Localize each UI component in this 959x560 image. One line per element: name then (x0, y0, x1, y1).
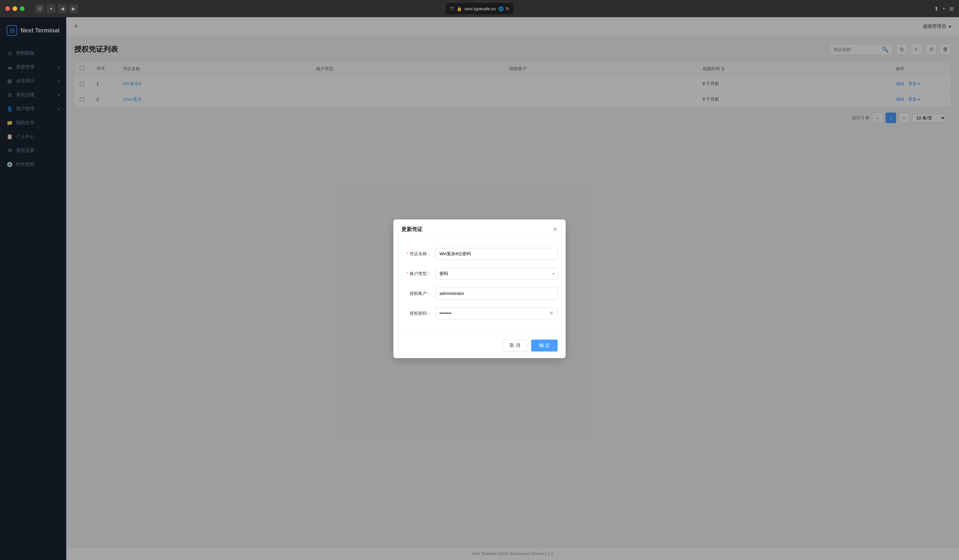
form-row-name: *凭证名称： (401, 248, 558, 260)
modal-title: 更新凭证 (401, 226, 422, 233)
form-row-password: 授权密码： 👁 (401, 307, 558, 320)
authorized-account-input[interactable] (435, 288, 558, 299)
name-label: *凭证名称： (401, 251, 431, 257)
mac-traffic-lights (5, 6, 24, 11)
lock-icon: 🔒 (457, 6, 462, 11)
modal-header: 更新凭证 ✕ (393, 220, 566, 239)
share-icon[interactable]: ⬆ (934, 6, 938, 12)
credential-name-input[interactable] (435, 248, 558, 260)
mac-toolbar-right: ⬆ + ⊞ (934, 6, 954, 12)
password-toggle-icon[interactable]: 👁 (549, 310, 554, 317)
mac-sidebar-toggle[interactable]: ⊟ (35, 4, 45, 13)
form-row-authorized-account: 授权账户： (401, 288, 558, 299)
modal-overlay[interactable]: 更新凭证 ✕ *凭证名称： *账户类型： 密码 密钥 (0, 17, 959, 560)
shield-icon: 🛡 (450, 6, 454, 11)
modal-close-button[interactable]: ✕ (553, 226, 558, 232)
authorized-account-label: 授权账户： (401, 291, 431, 296)
account-type-wrapper: 密码 密钥 ▾ (435, 268, 558, 280)
confirm-button[interactable]: 确 定 (531, 340, 558, 352)
mac-forward-btn[interactable]: ▶ (69, 4, 78, 13)
mac-back-btn[interactable]: ◀ (57, 4, 67, 13)
account-type-label: *账户类型： (401, 271, 431, 277)
mac-minimize-dot[interactable] (13, 6, 17, 11)
modal-body: *凭证名称： *账户类型： 密码 密钥 ▾ (393, 239, 566, 334)
password-label: 授权密码： (401, 310, 431, 317)
mac-maximize-dot[interactable] (20, 6, 24, 11)
required-star: * (407, 271, 408, 276)
form-row-account-type: *账户类型： 密码 密钥 ▾ (401, 268, 558, 280)
password-input[interactable] (435, 307, 558, 320)
account-type-select[interactable]: 密码 密钥 (435, 268, 558, 280)
mac-close-dot[interactable] (5, 6, 10, 11)
refresh-icon[interactable]: ↻ (506, 6, 509, 11)
modal-footer: 取 消 确 定 (393, 334, 566, 358)
new-tab-icon[interactable]: + (942, 6, 945, 11)
mac-titlebar: ⊟ ▾ ◀ ▶ 🛡 🔒 next.typesafe.cn 🌐 ↻ ⬆ + ⊞ (0, 0, 959, 17)
address-bar[interactable]: 🛡 🔒 next.typesafe.cn 🌐 ↻ (446, 3, 514, 14)
grid-icon[interactable]: ⊞ (949, 6, 954, 12)
mac-window-controls: ⊟ ▾ ◀ ▶ (35, 4, 78, 13)
password-wrapper: 👁 (435, 307, 558, 320)
translate-icon: 🌐 (499, 6, 504, 11)
url-text: next.typesafe.cn (465, 6, 496, 11)
required-star: * (407, 251, 408, 256)
cancel-button[interactable]: 取 消 (503, 340, 527, 352)
mac-dropdown-btn[interactable]: ▾ (46, 4, 56, 13)
update-credential-modal: 更新凭证 ✕ *凭证名称： *账户类型： 密码 密钥 (393, 220, 566, 358)
